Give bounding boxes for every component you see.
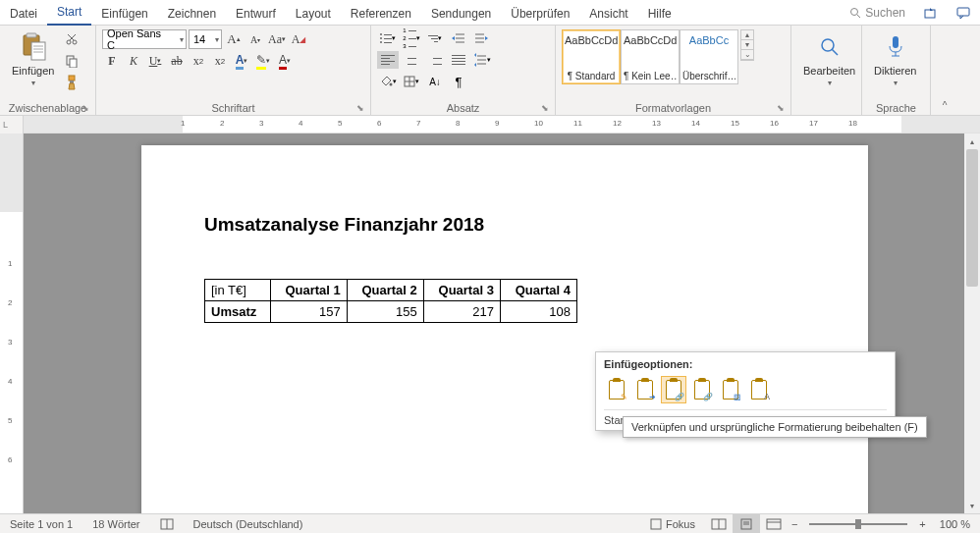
tab-zeichnen[interactable]: Zeichnen — [158, 3, 226, 26]
paste-button[interactable]: Einfügen ▾ — [6, 29, 60, 89]
launcher-icon[interactable]: ⬊ — [541, 103, 549, 113]
borders-button[interactable]: ▾ — [401, 73, 422, 90]
scroll-down-icon[interactable]: ▾ — [964, 498, 980, 513]
change-case-button[interactable]: Aa▾ — [267, 29, 287, 49]
editing-button[interactable]: Bearbeiten ▾ — [797, 29, 861, 89]
focus-mode-button[interactable]: Fokus — [640, 518, 705, 530]
copy-button[interactable] — [62, 51, 82, 71]
highlight-button[interactable]: ✎▾ — [253, 51, 273, 71]
scroll-up-icon[interactable]: ▴ — [964, 133, 980, 149]
scrollbar-vertical[interactable]: ▴ ▾ — [964, 133, 980, 513]
bucket-icon — [379, 75, 393, 88]
ruler-vertical[interactable]: 1 2 3 4 5 6 — [0, 133, 24, 513]
status-words[interactable]: 18 Wörter — [82, 518, 149, 530]
svg-rect-6 — [31, 42, 45, 60]
tab-start[interactable]: Start — [47, 1, 91, 26]
align-left-button[interactable] — [377, 51, 399, 69]
style-card[interactable]: AaBbCcÜberschrif… — [680, 29, 738, 84]
numbering-button[interactable]: 123▾ — [401, 29, 422, 47]
align-center-button[interactable] — [401, 51, 422, 69]
share-button[interactable] — [913, 1, 947, 25]
cut-button[interactable] — [62, 29, 82, 49]
zoom-level[interactable]: 100 % — [930, 518, 980, 530]
increase-indent-button[interactable] — [471, 29, 493, 47]
styles-gallery-nav[interactable]: ▴ ▾ ⌄ — [740, 29, 754, 61]
chevron-up-icon[interactable]: ▴ — [741, 30, 753, 40]
launcher-icon[interactable]: ⬊ — [82, 103, 89, 113]
group-label-clipboard: Zwischenablage — [9, 102, 87, 114]
font-color-button[interactable]: A▾ — [275, 51, 295, 71]
chevron-down-icon[interactable]: ▾ — [741, 40, 753, 50]
group-font: Open Sans C 14 A▴ A▾ Aa▾ A◢ F K U▾ ab x2… — [96, 26, 371, 115]
tab-einfügen[interactable]: Einfügen — [91, 3, 157, 26]
multilevel-button[interactable]: ▾ — [424, 29, 446, 47]
table-header-row: [in T€] Quartal 1 Quartal 2 Quartal 3 Qu… — [205, 280, 577, 301]
show-marks-button[interactable]: ¶ — [448, 73, 469, 90]
table-cell: 108 — [500, 301, 576, 323]
superscript-button[interactable]: x2 — [210, 51, 230, 71]
launcher-icon[interactable]: ⬊ — [777, 103, 785, 113]
bold-button[interactable]: F — [102, 51, 122, 71]
ruler-corner: L — [0, 116, 24, 133]
collapse-ribbon[interactable]: ^ — [931, 26, 958, 115]
strike-button[interactable]: ab — [167, 51, 187, 71]
subscript-button[interactable]: x2 — [189, 51, 208, 71]
svg-line-32 — [832, 49, 838, 55]
launcher-icon[interactable]: ⬊ — [356, 103, 364, 113]
text-effects-button[interactable]: A▾ — [232, 51, 251, 71]
paste-picture-button[interactable]: ▧ — [718, 376, 743, 403]
shrink-font-button[interactable]: A▾ — [245, 29, 265, 49]
paste-link-keep-source-button[interactable]: 🔗 — [661, 376, 686, 403]
comments-button[interactable] — [947, 1, 980, 25]
decrease-indent-button[interactable] — [448, 29, 469, 47]
tab-layout[interactable]: Layout — [286, 3, 341, 26]
format-painter-button[interactable] — [62, 73, 82, 92]
sort-button[interactable]: A↓ — [424, 73, 446, 90]
status-page[interactable]: Seite 1 von 1 — [0, 518, 82, 530]
read-mode-button[interactable] — [705, 514, 733, 534]
group-styles: AaBbCcDd¶ StandardAaBbCcDd¶ Kein Lee…AaB… — [556, 26, 791, 115]
group-editing: Bearbeiten ▾ — [791, 26, 862, 115]
zoom-slider[interactable] — [809, 523, 907, 525]
dictate-button[interactable]: Diktieren ▾ — [868, 29, 922, 89]
clear-format-button[interactable]: A◢ — [289, 29, 308, 49]
status-spellcheck[interactable] — [150, 517, 184, 531]
print-layout-button[interactable] — [733, 514, 760, 534]
shading-button[interactable]: ▾ — [377, 73, 399, 90]
row-label: Umsatz — [205, 301, 271, 323]
paste-link-use-dest-button[interactable]: 🔗 — [689, 376, 715, 403]
tab-überprüfen[interactable]: Überprüfen — [501, 3, 579, 26]
zoom-in-button[interactable]: + — [915, 518, 929, 530]
underline-button[interactable]: U▾ — [145, 51, 165, 71]
zoom-out-button[interactable]: − — [788, 518, 801, 530]
tab-referenzen[interactable]: Referenzen — [341, 3, 421, 26]
tab-ansicht[interactable]: Ansicht — [579, 3, 637, 26]
grow-font-button[interactable]: A▴ — [224, 29, 244, 49]
style-card[interactable]: AaBbCcDd¶ Kein Lee… — [621, 29, 680, 84]
page[interactable]: Umsatzanalyse Finanzjahr 2018 [in T€] Qu… — [141, 145, 868, 513]
paste-text-only-button[interactable]: A — [746, 376, 772, 403]
tab-sendungen[interactable]: Sendungen — [421, 3, 501, 26]
web-layout-button[interactable] — [760, 514, 788, 534]
ribbon: Einfügen ▾ Zwischenablage⬊ Open Sans C 1… — [0, 26, 980, 116]
align-right-button[interactable] — [424, 51, 446, 69]
paste-use-dest-button[interactable]: ➜ — [632, 376, 658, 403]
status-language[interactable]: Deutsch (Deutschland) — [184, 518, 313, 530]
line-spacing-button[interactable]: ▾ — [471, 51, 493, 69]
expand-icon[interactable]: ⌄ — [741, 50, 753, 60]
scroll-thumb[interactable] — [966, 149, 978, 287]
font-name-combo[interactable]: Open Sans C — [102, 29, 187, 49]
tab-entwurf[interactable]: Entwurf — [226, 3, 286, 26]
italic-button[interactable]: K — [124, 51, 143, 71]
tab-hilfe[interactable]: Hilfe — [638, 3, 681, 26]
paste-keep-source-button[interactable]: ✎ — [604, 376, 629, 403]
tab-datei[interactable]: Datei — [0, 3, 47, 26]
tell-me-search[interactable]: Suchen — [842, 6, 913, 20]
ruler-horizontal[interactable]: L 123456789101112131415161718 — [0, 116, 980, 133]
font-size-combo[interactable]: 14 — [189, 29, 222, 49]
bullets-button[interactable]: ▾ — [377, 29, 399, 47]
dictate-label: Diktieren — [874, 65, 916, 77]
style-card[interactable]: AaBbCcDd¶ Standard — [562, 29, 621, 84]
table-cell: 155 — [347, 301, 423, 323]
justify-button[interactable] — [448, 51, 469, 69]
